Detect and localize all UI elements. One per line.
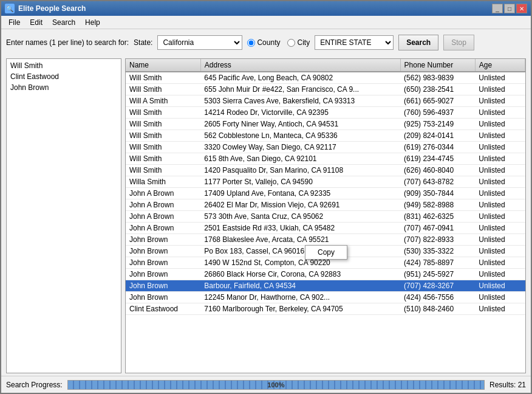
table-row[interactable]: Will Smith562 Cobblestone Ln, Manteca, C… xyxy=(126,130,525,142)
cell-name: John Brown xyxy=(126,234,200,246)
cell-address: 573 30th Ave, Santa Cruz, CA 95062 xyxy=(200,211,400,223)
cell-address: 1490 W 152nd St, Compton, CA 90220 xyxy=(200,257,400,269)
cell-address: 26402 El Mar Dr, Mission Viejo, CA 92691 xyxy=(200,199,400,211)
cell-age: Unlisted xyxy=(475,269,525,280)
cell-age: Unlisted xyxy=(475,72,525,84)
results-scroll[interactable]: Name Address Phone Number Age Will Smith… xyxy=(126,59,525,373)
menu-file[interactable]: File xyxy=(4,17,25,27)
table-row[interactable]: Will Smith14214 Rodeo Dr, Victorville, C… xyxy=(126,107,525,119)
cell-age: Unlisted xyxy=(475,199,525,211)
table-row[interactable]: Will Smith2605 Forty Niner Way, Antioch,… xyxy=(126,119,525,130)
menu-edit[interactable]: Edit xyxy=(25,17,47,27)
cell-address: 562 Cobblestone Ln, Manteca, CA 95336 xyxy=(200,130,400,142)
cell-age: Unlisted xyxy=(475,176,525,188)
cell-address: Po Box 183, Cassel, CA 96016 xyxy=(200,246,400,257)
cell-age: Unlisted xyxy=(475,257,525,269)
table-row[interactable]: Will Smith655 John Muir Dr #e422, San Fr… xyxy=(126,84,525,95)
search-type-group: County City xyxy=(247,38,310,47)
cell-phone: (951) 245-5927 xyxy=(400,269,475,280)
county-radio-text: County xyxy=(257,38,280,47)
progress-label: Search Progress: xyxy=(6,381,63,389)
cell-age: Unlisted xyxy=(475,188,525,199)
maximize-button[interactable]: □ xyxy=(504,4,515,13)
cell-address: 12245 Manor Dr, Hawthorne, CA 902... xyxy=(200,292,400,303)
cell-phone: (424) 456-7556 xyxy=(400,292,475,303)
cell-address: 2501 Eastside Rd #33, Ukiah, CA 95482 xyxy=(200,223,400,234)
cell-phone: (650) 238-2541 xyxy=(400,84,475,95)
table-row[interactable]: John A Brown573 30th Ave, Santa Cruz, CA… xyxy=(126,211,525,223)
cell-name: John A Brown xyxy=(126,199,200,211)
cell-phone: (619) 234-4745 xyxy=(400,153,475,165)
city-radio-label[interactable]: City xyxy=(287,38,310,47)
menu-search[interactable]: Search xyxy=(47,17,80,27)
cell-address: 17409 Upland Ave, Fontana, CA 92335 xyxy=(200,188,400,199)
county-radio-label[interactable]: County xyxy=(247,38,280,47)
table-row[interactable]: Will Smith3320 Cowley Way, San Diego, CA… xyxy=(126,142,525,153)
names-panel[interactable]: Will SmithClint EastwoodJohn Brown xyxy=(6,58,121,373)
cell-address: 1177 Porter St, Vallejo, CA 94590 xyxy=(200,176,400,188)
table-row[interactable]: John A Brown26402 El Mar Dr, Mission Vie… xyxy=(126,199,525,211)
table-row[interactable]: John A Brown17409 Upland Ave, Fontana, C… xyxy=(126,188,525,199)
menu-bar: File Edit Search Help xyxy=(1,16,531,29)
cell-name: John Brown xyxy=(126,246,200,257)
cell-name: John Brown xyxy=(126,257,200,269)
cell-age: Unlisted xyxy=(475,165,525,176)
cell-name: Will Smith xyxy=(126,107,200,119)
table-row[interactable]: John Brown1768 Blakeslee Ave, Arcata, CA… xyxy=(126,234,525,246)
cell-address: 2605 Forty Niner Way, Antioch, CA 94531 xyxy=(200,119,400,130)
cell-phone: (909) 350-7844 xyxy=(400,188,475,199)
county-dropdown[interactable]: ENTIRE STATE xyxy=(315,35,394,50)
table-row[interactable]: John BrownBarbour, Fairfield, CA 94534(7… xyxy=(126,280,525,292)
table-row[interactable]: Clint Eastwood7160 Marlborough Ter, Berk… xyxy=(126,303,525,315)
search-button[interactable]: Search xyxy=(398,35,438,50)
cell-phone: (619) 276-0344 xyxy=(400,142,475,153)
cell-address: 1768 Blakeslee Ave, Arcata, CA 95521 xyxy=(200,234,400,246)
county-radio[interactable] xyxy=(247,39,255,47)
state-dropdown[interactable]: California xyxy=(157,35,242,50)
table-header-row: Name Address Phone Number Age xyxy=(126,59,525,72)
table-row[interactable]: Will Smith1420 Pasqualito Dr, San Marino… xyxy=(126,165,525,176)
progress-text: 100% xyxy=(267,381,284,389)
search-label: Enter names (1 per line) to search for: xyxy=(6,38,129,47)
table-row[interactable]: John A Brown2501 Eastside Rd #33, Ukiah,… xyxy=(126,223,525,234)
names-panel-item[interactable]: John Brown xyxy=(8,82,120,93)
cell-address: 5303 Sierra Caves Ave, Bakersfield, CA 9… xyxy=(200,95,400,107)
cell-address: 14214 Rodeo Dr, Victorville, CA 92395 xyxy=(200,107,400,119)
context-copy[interactable]: Copy xyxy=(305,246,347,259)
header-phone[interactable]: Phone Number xyxy=(400,59,475,72)
results-count: Results: 21 xyxy=(489,381,526,389)
table-row[interactable]: Will Smith615 8th Ave, San Diego, CA 921… xyxy=(126,153,525,165)
table-row[interactable]: Willa Smith1177 Porter St, Vallejo, CA 9… xyxy=(126,176,525,188)
cell-age: Unlisted xyxy=(475,153,525,165)
header-name[interactable]: Name xyxy=(126,59,200,72)
table-row[interactable]: Will Smith645 Pacific Ave, Long Beach, C… xyxy=(126,72,525,84)
stop-button[interactable]: Stop xyxy=(443,35,474,50)
app-icon: 🔍 xyxy=(5,4,15,13)
minimize-button[interactable]: _ xyxy=(492,4,503,13)
cell-phone: (626) 460-8040 xyxy=(400,165,475,176)
header-address[interactable]: Address xyxy=(200,59,400,72)
close-button[interactable]: ✕ xyxy=(516,4,527,13)
cell-name: John Brown xyxy=(126,280,200,292)
cell-name: Will Smith xyxy=(126,119,200,130)
cell-age: Unlisted xyxy=(475,84,525,95)
state-label: State: xyxy=(134,38,152,47)
context-menu: Copy xyxy=(305,245,347,260)
cell-name: Will A Smith xyxy=(126,95,200,107)
names-panel-item[interactable]: Will Smith xyxy=(8,60,120,71)
header-age[interactable]: Age xyxy=(475,59,525,72)
table-row[interactable]: John Brown12245 Manor Dr, Hawthorne, CA … xyxy=(126,292,525,303)
names-panel-item[interactable]: Clint Eastwood xyxy=(8,71,120,82)
cell-name: Willa Smith xyxy=(126,176,200,188)
cell-phone: (707) 428-3267 xyxy=(400,280,475,292)
cell-name: Will Smith xyxy=(126,165,200,176)
window-title: Elite People Search xyxy=(18,4,492,13)
city-radio[interactable] xyxy=(287,39,295,47)
cell-age: Unlisted xyxy=(475,95,525,107)
cell-phone: (562) 983-9839 xyxy=(400,72,475,84)
cell-age: Unlisted xyxy=(475,223,525,234)
main-window: 🔍 Elite People Search _ □ ✕ File Edit Se… xyxy=(0,0,532,394)
table-row[interactable]: Will A Smith5303 Sierra Caves Ave, Baker… xyxy=(126,95,525,107)
table-row[interactable]: John Brown26860 Black Horse Cir, Corona,… xyxy=(126,269,525,280)
menu-help[interactable]: Help xyxy=(80,17,105,27)
